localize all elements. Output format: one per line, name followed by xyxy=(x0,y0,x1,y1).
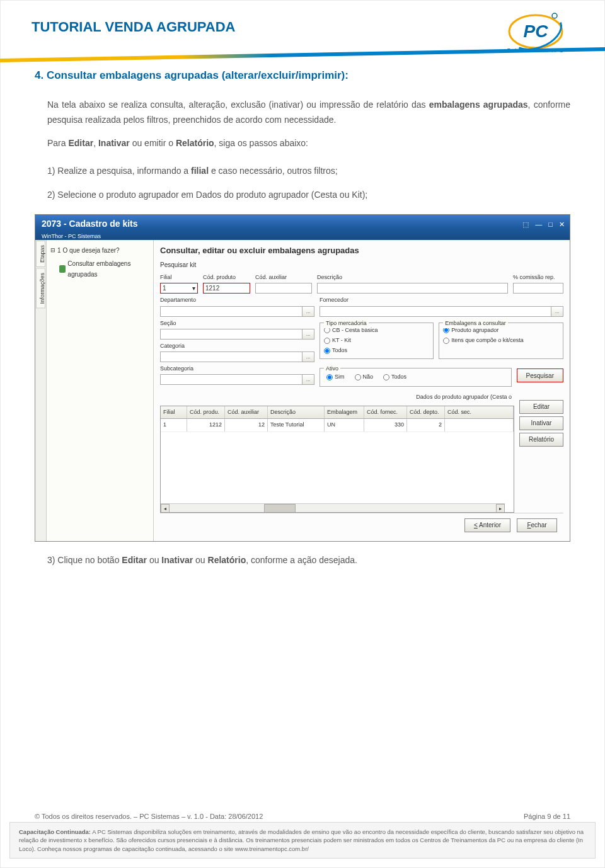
grid-header-row: Filial Cód. produ. Cód. auxiliar Descriç… xyxy=(161,406,514,419)
maximize-icon[interactable]: □ xyxy=(548,219,553,231)
radio-nao[interactable]: Não xyxy=(355,372,374,382)
col-cod-depto[interactable]: Cód. depto. xyxy=(407,406,445,418)
page-header: TUTORIAL VENDA AGRUPADA PC S I S T E M A… xyxy=(0,0,605,42)
scroll-left-icon[interactable]: ◂ xyxy=(161,504,170,513)
footer-caption: Capacitação Continuada: A PC Sistemas di… xyxy=(9,822,596,859)
restore-icon[interactable]: ⬚ xyxy=(522,219,529,231)
scroll-thumb[interactable] xyxy=(264,504,296,513)
page-footer: © Todos os direitos reservados. – PC Sis… xyxy=(0,813,605,868)
horizontal-scrollbar[interactable]: ◂ ▸ xyxy=(161,503,505,512)
col-filial[interactable]: Filial xyxy=(161,406,187,418)
page-number: Página 9 de 11 xyxy=(524,813,570,820)
tab-informacoes[interactable]: Informações xyxy=(36,268,45,309)
table-row[interactable]: 1 1212 12 Teste Tutorial UN 330 2 xyxy=(161,419,514,431)
svg-text:PC: PC xyxy=(524,21,549,41)
tab-etapas[interactable]: Etapas xyxy=(36,241,45,267)
col-cod-fornec[interactable]: Cód. fornec. xyxy=(364,406,407,418)
col-embalagem[interactable]: Embalagem xyxy=(325,406,364,418)
minimize-icon[interactable]: — xyxy=(535,219,542,231)
radio-kt[interactable]: KT - Kit xyxy=(324,336,429,345)
radio-todos[interactable]: Todos xyxy=(324,346,429,355)
tipo-mercadoria-group: Tipo mercadoria CB - Cesta básica KT - K… xyxy=(320,323,434,360)
col-cod-aux[interactable]: Cód. auxiliar xyxy=(225,406,268,418)
ativo-group: Ativo Sim Não Todos xyxy=(320,368,512,386)
window-controls: ⬚ — □ ✕ xyxy=(522,219,565,231)
radio-todos-ativo[interactable]: Todos xyxy=(383,372,406,382)
radio-itens[interactable]: Itens que compõe o kit/cesta xyxy=(443,336,559,345)
svg-point-0 xyxy=(552,13,557,18)
window-title: 2073 - Cadastro de kits xyxy=(42,217,563,232)
col-cod-prod[interactable]: Cód. produ. xyxy=(187,406,225,418)
copyright-text: © Todos os direitos reservados. – PC Sis… xyxy=(35,813,263,820)
window-subtitle: WinThor - PC Sistemas xyxy=(42,232,563,241)
close-icon[interactable]: ✕ xyxy=(559,219,565,231)
col-cod-sec[interactable]: Cód. sec. xyxy=(445,406,514,418)
window-titlebar: 2073 - Cadastro de kits WinThor - PC Sis… xyxy=(35,215,570,240)
results-grid[interactable]: Filial Cód. produ. Cód. auxiliar Descriç… xyxy=(160,406,514,513)
embalagens-consultar-group: Embalagens a consultar Produto agrupador… xyxy=(439,323,563,360)
tutorial-title: TUTORIAL VENDA AGRUPADA xyxy=(32,19,573,35)
col-descricao[interactable]: Descrição xyxy=(268,406,325,418)
scroll-right-icon[interactable]: ▸ xyxy=(496,504,505,513)
